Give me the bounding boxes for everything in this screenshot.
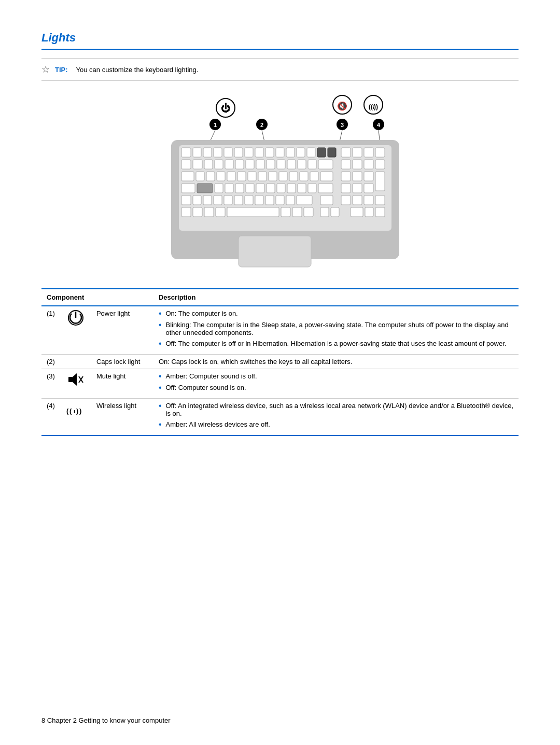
keyboard-diagram: ⏻ 1 2 🔇 3 ((ᵢ)) 4 <box>41 93 519 270</box>
component-table: Component Description (1) Power light • … <box>41 288 519 436</box>
svg-rect-77 <box>215 184 223 193</box>
svg-rect-81 <box>256 184 264 193</box>
svg-text:): ) <box>79 407 81 415</box>
svg-rect-96 <box>234 195 243 205</box>
row-icon-2 <box>60 355 91 369</box>
table-row: (4) ( ( ı ) ) Wireless light • Off: An i… <box>41 399 519 436</box>
svg-rect-54 <box>353 160 362 169</box>
svg-rect-74 <box>375 172 385 191</box>
svg-rect-97 <box>245 195 253 205</box>
svg-rect-32 <box>307 148 315 157</box>
bullet-icon: • <box>159 310 162 318</box>
svg-text:(: ( <box>69 407 72 415</box>
svg-rect-59 <box>206 172 215 181</box>
bullet-icon: • <box>159 372 162 381</box>
svg-rect-29 <box>276 148 284 157</box>
svg-rect-111 <box>216 207 225 217</box>
svg-rect-114 <box>292 207 302 217</box>
svg-text:4: 4 <box>377 122 381 128</box>
row-desc-3: • Amber: Computer sound is off. • Off: C… <box>153 369 519 399</box>
page-title: Lights <box>41 31 519 45</box>
svg-rect-69 <box>310 172 318 181</box>
svg-rect-50 <box>298 160 306 169</box>
desc-item: • Blinking: The computer is in the Sleep… <box>159 321 513 336</box>
svg-rect-41 <box>204 160 213 169</box>
svg-rect-121 <box>239 236 311 267</box>
svg-rect-36 <box>353 148 362 157</box>
svg-rect-70 <box>320 172 333 181</box>
svg-rect-98 <box>255 195 263 205</box>
svg-rect-71 <box>341 172 351 181</box>
row-num-2: (2) <box>41 355 60 369</box>
svg-rect-58 <box>196 172 204 181</box>
row-desc-1: • On: The computer is on. • Blinking: Th… <box>153 306 519 355</box>
svg-rect-91 <box>181 195 191 205</box>
svg-rect-57 <box>181 172 194 181</box>
svg-rect-115 <box>304 207 313 217</box>
svg-rect-102 <box>297 195 312 205</box>
svg-rect-56 <box>375 160 385 169</box>
desc-plain-2: On: Caps lock is on, which switches the … <box>159 358 353 366</box>
svg-rect-101 <box>286 195 295 205</box>
svg-rect-24 <box>224 148 232 157</box>
row-label-3: Mute light <box>91 369 153 399</box>
svg-rect-84 <box>287 184 296 193</box>
svg-rect-49 <box>287 160 296 169</box>
bullet-icon: • <box>159 402 162 410</box>
svg-rect-35 <box>341 148 351 157</box>
row-desc-4: • Off: An integrated wireless device, su… <box>153 399 519 436</box>
svg-rect-116 <box>320 207 329 217</box>
svg-rect-113 <box>281 207 290 217</box>
table-row: (3) Mute light • Amber: Computer sound i… <box>41 369 519 399</box>
desc-item: • Off: Computer sound is on. <box>159 384 513 392</box>
svg-rect-117 <box>331 207 339 217</box>
tip-sun-icon: ☆ <box>41 64 50 75</box>
table-row: (1) Power light • On: The computer is on… <box>41 306 519 355</box>
col-description: Description <box>153 289 519 306</box>
svg-rect-25 <box>234 148 243 157</box>
svg-rect-95 <box>224 195 232 205</box>
svg-text:((ᵢ)): ((ᵢ)) <box>369 103 378 110</box>
svg-rect-44 <box>235 160 244 169</box>
tip-label: TIP: <box>55 66 68 74</box>
svg-rect-99 <box>265 195 274 205</box>
svg-rect-37 <box>364 148 373 157</box>
desc-item: • Amber: Computer sound is off. <box>159 372 513 381</box>
row-label-1: Power light <box>91 306 153 355</box>
table-header-row: Component Description <box>41 289 519 306</box>
svg-rect-60 <box>217 172 225 181</box>
svg-rect-108 <box>181 207 191 217</box>
table-row: (2) Caps lock light On: Caps lock is on,… <box>41 355 519 369</box>
svg-rect-78 <box>225 184 233 193</box>
svg-text:🔇: 🔇 <box>337 101 347 111</box>
svg-text:3: 3 <box>341 122 344 128</box>
desc-text: Amber: Computer sound is off. <box>166 372 257 380</box>
bullet-icon: • <box>159 384 162 392</box>
svg-rect-118 <box>351 207 363 217</box>
svg-rect-88 <box>341 184 351 193</box>
desc-item: • On: The computer is on. <box>159 310 513 318</box>
svg-rect-103 <box>320 195 333 205</box>
svg-rect-27 <box>255 148 263 157</box>
svg-rect-66 <box>279 172 287 181</box>
svg-rect-100 <box>276 195 284 205</box>
row-desc-2: On: Caps lock is on, which switches the … <box>153 355 519 369</box>
svg-text:2: 2 <box>260 122 263 128</box>
desc-text: Off: Computer sound is on. <box>166 384 246 391</box>
svg-rect-65 <box>269 172 277 181</box>
desc-text: Off: An integrated wireless device, such… <box>166 402 514 417</box>
svg-text:(: ( <box>66 407 69 415</box>
bullet-icon: • <box>159 321 162 329</box>
svg-rect-40 <box>193 160 202 169</box>
svg-rect-119 <box>365 207 373 217</box>
svg-rect-73 <box>364 172 373 181</box>
svg-rect-39 <box>181 160 191 169</box>
svg-rect-68 <box>300 172 308 181</box>
desc-item: • Off: An integrated wireless device, su… <box>159 402 513 417</box>
svg-rect-22 <box>203 148 212 157</box>
desc-text: Amber: All wireless devices are off. <box>166 420 270 428</box>
svg-rect-55 <box>364 160 373 169</box>
svg-rect-20 <box>181 148 191 157</box>
svg-rect-33 <box>317 148 326 157</box>
svg-marker-125 <box>73 373 77 386</box>
